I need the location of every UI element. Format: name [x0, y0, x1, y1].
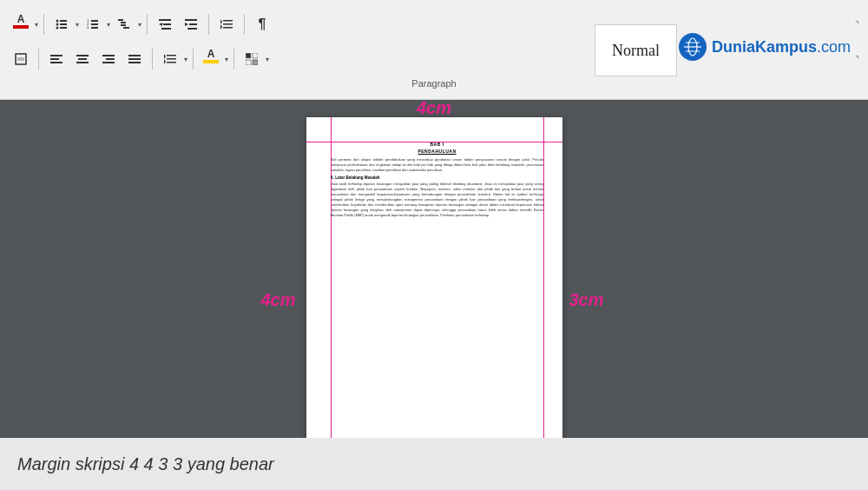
line-spacing2-dropdown[interactable]: ▾ — [184, 56, 187, 63]
line-spacing-button[interactable] — [214, 12, 239, 36]
margin-top-annotation: 4cm — [417, 100, 451, 118]
svg-rect-19 — [161, 28, 171, 30]
svg-rect-45 — [167, 62, 176, 63]
numbering-dropdown[interactable]: ▾ — [107, 21, 110, 29]
logo-area: DuniaKampus.com — [679, 33, 851, 61]
svg-rect-9 — [91, 23, 98, 25]
logo-kampus: Kampus — [755, 38, 817, 56]
indent-increase-button[interactable] — [179, 12, 203, 36]
svg-rect-20 — [185, 19, 197, 21]
document-content: BAB I PENDAHULUAN Bab pertama dari skrip… — [331, 142, 544, 438]
margin-right-annotation: 3cm — [569, 290, 603, 310]
multilevel-button[interactable] — [112, 12, 136, 36]
svg-marker-21 — [185, 23, 188, 26]
svg-rect-13 — [121, 22, 126, 23]
normal-style-box[interactable]: Normal — [595, 24, 677, 76]
align-center-button[interactable] — [70, 47, 95, 71]
svg-rect-34 — [76, 55, 89, 56]
document-paper: BAB I PENDAHULUAN Bab pertama dari skrip… — [306, 117, 562, 438]
svg-rect-49 — [253, 53, 258, 58]
align-right-button[interactable] — [96, 47, 121, 71]
expand-paragraph-bottom[interactable]: ⌝ — [855, 55, 859, 64]
svg-rect-39 — [102, 62, 115, 63]
font-color-bar — [13, 25, 29, 29]
highlight-letter: A — [207, 49, 215, 59]
paper-wrapper: 4cm 4cm 3cm 3cm BAB I PENDAHULUAN Bab — [306, 117, 562, 438]
multilevel-dropdown[interactable]: ▾ — [138, 21, 141, 29]
svg-marker-27 — [220, 19, 222, 24]
svg-point-2 — [56, 23, 59, 26]
status-text: Margin skripsi 4 4 3 3 yang benar — [17, 454, 274, 474]
svg-rect-5 — [60, 27, 67, 29]
svg-rect-3 — [60, 23, 67, 25]
indent-decrease-button[interactable] — [153, 12, 177, 36]
svg-rect-32 — [50, 58, 59, 60]
document-chapter-subtitle: PENDAHULUAN — [331, 149, 544, 154]
svg-marker-17 — [159, 23, 162, 26]
align-left-button[interactable] — [44, 47, 69, 71]
svg-rect-22 — [189, 23, 197, 25]
line-spacing2-button[interactable] — [158, 47, 182, 71]
svg-rect-7 — [91, 20, 98, 22]
svg-marker-28 — [220, 24, 222, 30]
document-section-a-title: A. Latar Belakang Masalah — [331, 175, 544, 180]
svg-rect-36 — [76, 62, 89, 63]
line-spacing-icon — [220, 18, 233, 30]
show-formatting-button[interactable]: ¶ — [250, 12, 274, 36]
highlight-dropdown[interactable]: ▾ — [225, 56, 228, 63]
highlight-bar — [203, 60, 219, 63]
separator-2 — [147, 14, 148, 35]
margin-right-label: 3cm — [569, 290, 603, 310]
font-color-button[interactable]: A — [9, 12, 33, 36]
font-color-dropdown-arrow[interactable]: ▾ — [35, 21, 38, 29]
expand-paragraph-top[interactable]: ⌝ — [855, 20, 859, 30]
separator-7 — [193, 49, 194, 70]
svg-rect-43 — [167, 55, 176, 56]
margin-top-label: 4cm — [417, 100, 451, 118]
bullets-button[interactable] — [49, 12, 74, 36]
highlight-button[interactable]: A — [199, 47, 223, 71]
font-color-letter: A — [17, 14, 25, 24]
svg-rect-1 — [60, 20, 67, 22]
margin-left-label: 4cm — [261, 290, 296, 310]
logo-icon — [679, 33, 707, 61]
logo-dotcom: .com — [817, 38, 851, 56]
align-justify-button[interactable] — [122, 47, 147, 71]
separator-8 — [233, 49, 234, 70]
svg-rect-30 — [17, 57, 24, 61]
numbering-button[interactable]: 1. 2. 3. — [81, 12, 105, 36]
align-center-icon — [76, 53, 89, 65]
svg-rect-38 — [106, 58, 115, 60]
separator-6 — [152, 49, 153, 70]
paragraph-section-label: Paragraph — [9, 78, 859, 90]
border-icon — [15, 53, 27, 65]
svg-marker-47 — [164, 59, 166, 64]
svg-rect-42 — [128, 62, 141, 63]
shading-icon — [246, 53, 258, 65]
bullets-dropdown[interactable]: ▾ — [76, 21, 79, 29]
normal-style-label: Normal — [612, 42, 660, 60]
border-button[interactable] — [9, 47, 33, 71]
svg-rect-23 — [187, 28, 197, 30]
status-bar: Margin skripsi 4 4 3 3 yang benar — [0, 438, 868, 490]
svg-text:3.: 3. — [87, 25, 89, 30]
svg-rect-51 — [253, 60, 258, 65]
svg-rect-16 — [159, 19, 171, 21]
shading-dropdown[interactable]: ▾ — [266, 56, 269, 63]
document-chapter-title: BAB I — [331, 142, 544, 147]
svg-rect-15 — [123, 27, 129, 29]
shading-button[interactable] — [240, 47, 264, 71]
document-preview-area: 4cm 4cm 3cm 3cm BAB I PENDAHULUAN Bab — [0, 100, 868, 438]
svg-point-0 — [56, 20, 59, 23]
indent-decrease-icon — [159, 18, 171, 30]
align-justify-icon — [128, 53, 141, 65]
svg-point-4 — [56, 27, 59, 30]
svg-rect-50 — [246, 60, 251, 65]
separator-4 — [244, 14, 245, 35]
logo-dunia: Dunia — [712, 38, 755, 56]
multilevel-icon — [118, 18, 130, 30]
separator-5 — [38, 49, 39, 70]
svg-rect-26 — [223, 27, 233, 29]
align-left-icon — [50, 53, 62, 65]
svg-rect-18 — [163, 23, 171, 25]
